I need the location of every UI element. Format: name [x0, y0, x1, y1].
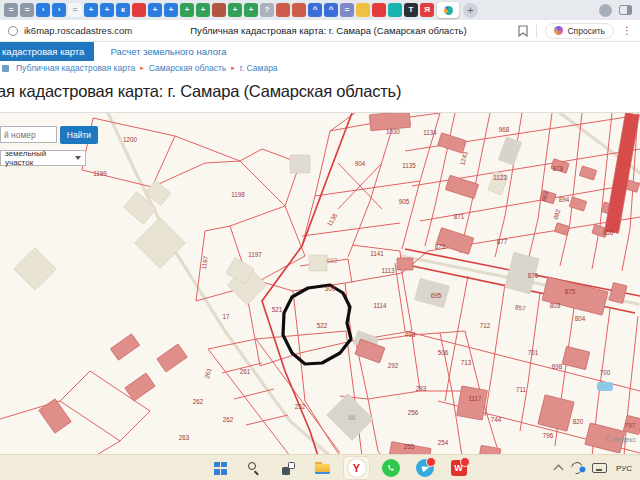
parcel-label: 1200 [123, 136, 138, 143]
breadcrumb-item[interactable]: Публичная кадастровая карта [16, 63, 135, 73]
parcel-label: 797 [625, 422, 636, 429]
tray-chevron-up-icon[interactable] [554, 465, 564, 475]
new-tab-button[interactable]: + [463, 3, 478, 18]
parcel-label: 712 [480, 322, 491, 329]
ask-button[interactable]: Спросить [545, 23, 614, 39]
building-capital [562, 346, 590, 369]
browser-tab[interactable] [132, 3, 146, 17]
breadcrumb-home-icon [2, 65, 9, 72]
profile-icon[interactable] [599, 4, 612, 17]
nav-link-tax-calc[interactable]: Расчет земельного налога [110, 42, 226, 61]
browser-tab[interactable]: = [68, 3, 82, 17]
browser-tab[interactable]: + [164, 3, 178, 17]
parcel-label: 1030 [386, 128, 401, 135]
search-button[interactable]: Найти [60, 126, 98, 144]
object-type-select[interactable]: земельный участок [0, 150, 86, 166]
building [14, 248, 56, 290]
parcel-label: 692 [327, 257, 338, 264]
parcel-label: 1199 [93, 170, 107, 177]
folder-icon [315, 462, 330, 474]
whatsapp-button[interactable] [378, 457, 403, 479]
browser-tab[interactable]: + [148, 3, 162, 17]
nav-tab-cadastral-map[interactable]: кадастровая карта [0, 42, 94, 61]
browser-tab[interactable]: = [340, 3, 354, 17]
parcel-label: 1113 [381, 267, 395, 274]
bookmark-icon[interactable] [518, 25, 528, 37]
parcel-label: 968 [499, 126, 510, 133]
browser-tab[interactable] [292, 3, 306, 17]
parcel-label: 506 [438, 349, 449, 356]
parcel-label: 498 [405, 331, 416, 338]
browser-tab[interactable] [372, 3, 386, 17]
tab-strip-tabs: ==››=++к++++++?^^=TЯ [4, 3, 434, 17]
search-icon [248, 462, 261, 475]
active-browser-tab[interactable] [437, 2, 459, 18]
map-watermark: © Яндекс [605, 436, 636, 444]
parcel-boundary [445, 276, 468, 401]
parcel-label: 882 [552, 208, 562, 220]
browser-tab[interactable]: + [84, 3, 98, 17]
building-capital [157, 344, 187, 372]
site-info-icon[interactable] [8, 26, 18, 36]
parcel-label: 878 [553, 165, 564, 172]
browser-tab[interactable]: = [20, 3, 34, 17]
breadcrumb-item[interactable]: Самарская область [149, 63, 227, 73]
browser-tab[interactable] [212, 3, 226, 17]
parcel-label: 871 [454, 213, 465, 220]
telegram-button[interactable] [412, 457, 437, 479]
parcel-label: 698 [552, 363, 563, 370]
parcel-label: 713 [461, 359, 472, 366]
parcel-label: 875 [565, 288, 576, 295]
browser-tab[interactable]: › [36, 3, 50, 17]
parcel-boundary [368, 399, 382, 455]
yandex-browser-button[interactable] [344, 457, 369, 479]
browser-tab[interactable]: + [228, 3, 242, 17]
parcel-label: 695 [431, 292, 442, 299]
building-capital [554, 223, 569, 236]
parcel-label: 804 [575, 315, 586, 322]
windows-icon [214, 462, 227, 475]
parcel-label: 876 [528, 272, 539, 279]
parcel-boundary [520, 293, 540, 431]
browser-tab[interactable]: T [404, 3, 418, 17]
browser-tab[interactable] [388, 3, 402, 17]
task-view-button[interactable] [276, 457, 301, 479]
browser-tab[interactable]: ^ [308, 3, 322, 17]
browser-tab[interactable]: = [4, 3, 18, 17]
task-view-icon [282, 462, 295, 475]
parcel-label: 701 [528, 349, 539, 356]
parcel-label: 744 [491, 416, 502, 423]
keyboard-icon[interactable] [592, 463, 607, 473]
browser-menu-icon[interactable]: ⋮ [622, 26, 632, 36]
browser-tab[interactable]: ^ [324, 3, 338, 17]
parcel-label: 803 [550, 302, 561, 309]
parcel-label: 1117 [468, 395, 482, 402]
file-explorer-button[interactable] [310, 457, 335, 479]
sync-icon[interactable] [569, 460, 585, 476]
map-panel[interactable]: 1200119911981197119790490511381030113411… [0, 112, 640, 454]
search-input[interactable] [0, 126, 57, 143]
parcel-boundary [256, 331, 346, 339]
word-app-button[interactable] [446, 457, 471, 479]
cadastral-map-svg[interactable]: 1200119911981197119790490511381030113411… [0, 113, 640, 455]
browser-tab[interactable] [276, 3, 290, 17]
browser-tab[interactable]: Я [420, 3, 434, 17]
url-text[interactable]: ik6map.roscadastres.com [24, 25, 132, 36]
browser-tab[interactable]: + [180, 3, 194, 17]
browser-tab[interactable]: › [52, 3, 66, 17]
start-button[interactable] [208, 457, 233, 479]
taskbar-search-button[interactable] [242, 457, 267, 479]
browser-tab[interactable] [356, 3, 370, 17]
browser-tab[interactable]: к [116, 3, 130, 17]
language-indicator[interactable]: РУС [616, 464, 632, 473]
browser-tab[interactable]: + [244, 3, 258, 17]
building-capital [436, 228, 474, 255]
parcel-boundary [302, 131, 330, 246]
side-panel-icon[interactable] [619, 5, 632, 15]
browser-tab[interactable]: ? [260, 3, 274, 17]
browser-tab[interactable]: + [100, 3, 114, 17]
whatsapp-icon [382, 459, 400, 477]
browser-tab[interactable]: + [196, 3, 210, 17]
parcel-label: 232 [295, 403, 306, 410]
building [135, 218, 186, 269]
